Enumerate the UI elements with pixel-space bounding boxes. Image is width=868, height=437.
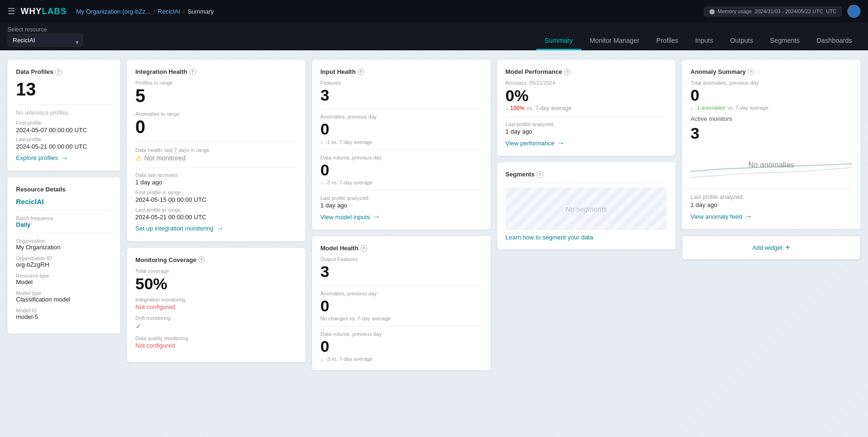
first-profile-label: First profile (16, 120, 112, 126)
accuracy-delta: ↓ 100% vs. 7-day average (506, 105, 667, 111)
input-data-volume-label: Data volume, previous day (321, 155, 482, 160)
anomaly-summary-help[interactable]: ? (748, 69, 754, 75)
accuracy-value: 0% (506, 87, 667, 105)
data-profiles-card: Data Profiles ? 13 No reference profiles… (8, 60, 120, 171)
model-data-volume-arrow: ↓ (321, 356, 323, 362)
col-2: Integration Health ? Profiles in range 5… (127, 60, 305, 362)
data-quality-status: Not configured (135, 342, 297, 349)
input-health-card: Input Health ? Features 3 Anomalies, pre… (312, 60, 491, 230)
date-range: 2024/31/03 - 2024/05/22 UTC (755, 8, 823, 14)
input-data-volume-delta: ↓ -3 vs. 7-day average (321, 180, 482, 185)
resource-type-row: Resource type Model (16, 273, 112, 286)
col-4: Model Performance ? Accuracy, 05/21/2024… (497, 60, 676, 249)
main-content: Data Profiles ? 13 No reference profiles… (0, 50, 868, 380)
model-performance-title: Model Performance ? (506, 68, 667, 75)
org-id-value: org-bZzgRH (16, 261, 112, 268)
org-id-row: Organization ID org-bZzgRH (16, 255, 112, 268)
tab-monitor-manager[interactable]: Monitor Manager (581, 33, 648, 50)
model-data-volume-label: Data volume, previous day (321, 331, 482, 337)
resource-details-title: Resource Details (16, 186, 112, 193)
view-model-inputs-arrow: → (373, 213, 380, 221)
view-model-inputs-link[interactable]: View model inputs → (321, 213, 482, 221)
breadcrumb-resource[interactable]: ReciclAI (158, 8, 180, 15)
segments-card: Segments ? No segments Learn how to segm… (497, 162, 676, 249)
model-data-volume-delta: ↓ -3 vs. 7-day average (321, 356, 482, 362)
view-performance-arrow: → (557, 139, 565, 147)
input-anomalies-label: Anomalies, previous day (321, 114, 482, 119)
no-segments-text: No segments (565, 205, 607, 213)
active-monitors-label: Active monitors (690, 115, 852, 122)
model-data-volume-value: 0 (321, 338, 482, 355)
resource-name: ReciclAI (16, 198, 112, 206)
tab-outputs[interactable]: Outputs (721, 33, 761, 50)
resource-type-label: Resource type (16, 273, 112, 278)
warn-triangle-icon: ⚠ (135, 154, 141, 162)
no-anomalies-text: No anomalies (748, 161, 794, 169)
input-health-title: Input Health ? (321, 68, 482, 75)
anomaly-last-profile-value: 1 day ago (690, 201, 852, 208)
model-health-card: Model Health ? Output Features 3 Anomali… (312, 236, 491, 370)
tab-dashboards[interactable]: Dashboards (808, 33, 861, 50)
total-coverage-label: Total coverage (135, 268, 297, 274)
integration-health-title: Integration Health ? (135, 68, 297, 75)
drift-monitoring-row: Drift monitoring ✓ (135, 315, 297, 331)
data-last-received-label: Data last received: (135, 172, 297, 178)
active-monitors-value: 3 (690, 124, 852, 143)
view-anomaly-feed-link[interactable]: View anomaly feed → (690, 212, 852, 221)
no-reference-profiles: No reference profiles (16, 110, 112, 116)
anomalies-in-range-label: Anomalies in range (135, 111, 297, 117)
explore-profiles-link[interactable]: Explore profiles → (16, 154, 112, 162)
anomaly-last-profile-label: Last profile analyzed: (690, 194, 852, 200)
utc-label: UTC (826, 8, 837, 14)
breadcrumb-org[interactable]: My Organization (org-bZz... (76, 8, 150, 15)
model-type-value: Classification model (16, 296, 112, 303)
first-profile-range-value: 2024-05-15 00:00:00 UTC (135, 196, 297, 203)
monitoring-coverage-help[interactable]: ? (198, 256, 205, 263)
data-profiles-count: 13 (16, 80, 112, 100)
model-performance-card: Model Performance ? Accuracy, 05/21/2024… (497, 60, 676, 156)
breadcrumb-sep-2: / (183, 8, 185, 15)
input-health-help[interactable]: ? (358, 69, 364, 75)
segments-title: Segments ? (506, 171, 667, 178)
input-data-volume-arrow: ↓ (321, 180, 323, 185)
input-anomalies-value: 0 (321, 120, 482, 138)
total-anomalies-label: Total anomalies, previous day (690, 80, 852, 86)
tab-nav: Summary Monitor Manager Profiles Inputs … (536, 33, 860, 50)
memory-badge: ⬤ Memory usage 2024/31/03 - 2024/05/22 U… (704, 7, 842, 16)
total-anomalies-value: 0 (690, 87, 852, 104)
model-health-title: Model Health ? (321, 245, 482, 252)
segments-help[interactable]: ? (537, 171, 543, 178)
learn-segment-link[interactable]: Learn how to segment your data (506, 234, 667, 241)
resource-bar: Select resource ReciclAI Summary Monitor… (0, 23, 868, 50)
batch-freq-label: Batch frequency (16, 215, 112, 221)
model-anomalies-note: No changes vs. 7-day average (321, 316, 482, 321)
integration-monitoring-label: Integration monitoring (135, 297, 297, 302)
tab-profiles[interactable]: Profiles (648, 33, 687, 50)
batch-freq-value: Daily (16, 221, 112, 228)
profiles-in-range-value: 5 (135, 87, 297, 106)
setup-integration-link[interactable]: Set up integration monitoring → (135, 224, 297, 233)
output-features-label: Output Features (321, 256, 482, 262)
anomalies-delta-value: -1 anomalies (696, 105, 725, 111)
tab-segments[interactable]: Segments (761, 33, 808, 50)
org-value: My Organization (16, 244, 112, 251)
data-profiles-help[interactable]: ? (55, 69, 62, 75)
view-performance-link[interactable]: View performance → (506, 139, 667, 147)
model-anomalies-label: Anomalies, previous day (321, 291, 482, 296)
last-profile-range-value: 2024-05-21 00:00:00 UTC (135, 214, 297, 221)
model-health-help[interactable]: ? (360, 245, 367, 252)
explore-profiles-arrow: → (61, 154, 69, 162)
perf-last-profile-value: 1 day ago (506, 128, 667, 135)
add-widget-link[interactable]: Add widget + (752, 243, 790, 253)
integration-health-help[interactable]: ? (189, 69, 196, 75)
tab-summary[interactable]: Summary (536, 33, 581, 50)
resource-select[interactable]: ReciclAI (8, 34, 83, 47)
hamburger-menu[interactable]: ☰ (8, 6, 15, 16)
anomaly-chart: No anomalies (690, 146, 852, 184)
model-performance-help[interactable]: ? (564, 69, 571, 75)
model-type-label: Model type (16, 290, 112, 296)
org-id-label: Organization ID (16, 255, 112, 261)
add-widget-card[interactable]: Add widget + (682, 236, 860, 260)
tab-inputs[interactable]: Inputs (687, 33, 721, 50)
avatar-button[interactable]: 👤 (847, 5, 860, 18)
